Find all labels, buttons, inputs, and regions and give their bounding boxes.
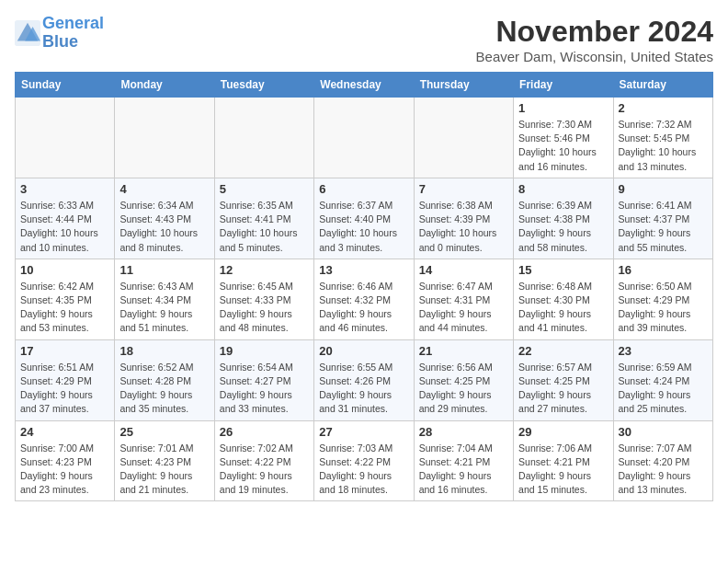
day-info: Sunrise: 6:33 AM Sunset: 4:44 PM Dayligh… [20, 199, 109, 255]
calendar-cell: 18Sunrise: 6:52 AM Sunset: 4:28 PM Dayli… [115, 339, 214, 420]
calendar-cell: 9Sunrise: 6:41 AM Sunset: 4:37 PM Daylig… [613, 178, 712, 259]
calendar-cell: 1Sunrise: 7:30 AM Sunset: 5:46 PM Daylig… [514, 98, 613, 178]
day-number: 23 [619, 344, 708, 358]
calendar-week-row: 17Sunrise: 6:51 AM Sunset: 4:29 PM Dayli… [16, 339, 713, 420]
calendar-cell: 7Sunrise: 6:38 AM Sunset: 4:39 PM Daylig… [414, 178, 513, 259]
calendar-cell: 27Sunrise: 7:03 AM Sunset: 4:22 PM Dayli… [314, 420, 414, 501]
calendar-week-row: 24Sunrise: 7:00 AM Sunset: 4:23 PM Dayli… [16, 420, 713, 501]
day-info: Sunrise: 7:32 AM Sunset: 5:45 PM Dayligh… [619, 118, 708, 174]
day-info: Sunrise: 6:56 AM Sunset: 4:25 PM Dayligh… [419, 361, 508, 417]
logo-text: General Blue [42, 15, 104, 52]
calendar-cell [214, 98, 313, 178]
col-header-sunday: Sunday [16, 73, 115, 98]
day-info: Sunrise: 6:52 AM Sunset: 4:28 PM Dayligh… [119, 361, 209, 417]
day-info: Sunrise: 7:06 AM Sunset: 4:21 PM Dayligh… [518, 442, 608, 498]
calendar-cell: 2Sunrise: 7:32 AM Sunset: 5:45 PM Daylig… [613, 98, 712, 178]
day-info: Sunrise: 6:55 AM Sunset: 4:26 PM Dayligh… [319, 361, 408, 417]
day-info: Sunrise: 6:46 AM Sunset: 4:32 PM Dayligh… [319, 280, 408, 336]
day-number: 20 [319, 344, 408, 358]
day-number: 25 [119, 425, 209, 439]
calendar-cell: 19Sunrise: 6:54 AM Sunset: 4:27 PM Dayli… [214, 339, 313, 420]
col-header-tuesday: Tuesday [214, 73, 313, 98]
day-number: 15 [518, 263, 608, 277]
title-block: November 2024 Beaver Dam, Wisconsin, Uni… [476, 15, 713, 64]
calendar-cell: 6Sunrise: 6:37 AM Sunset: 4:40 PM Daylig… [314, 178, 414, 259]
day-info: Sunrise: 7:30 AM Sunset: 5:46 PM Dayligh… [518, 118, 608, 174]
page-header: General Blue November 2024 Beaver Dam, W… [15, 15, 713, 64]
day-number: 4 [119, 182, 209, 196]
month-title: November 2024 [476, 15, 713, 49]
col-header-friday: Friday [514, 73, 613, 98]
calendar-cell: 3Sunrise: 6:33 AM Sunset: 4:44 PM Daylig… [16, 178, 115, 259]
logo: General Blue [15, 15, 104, 52]
calendar-cell: 8Sunrise: 6:39 AM Sunset: 4:38 PM Daylig… [514, 178, 613, 259]
calendar-cell [16, 98, 115, 178]
day-number: 8 [518, 182, 608, 196]
day-info: Sunrise: 7:07 AM Sunset: 4:20 PM Dayligh… [619, 442, 708, 498]
day-number: 29 [518, 425, 608, 439]
day-number: 1 [518, 101, 608, 115]
calendar-cell: 29Sunrise: 7:06 AM Sunset: 4:21 PM Dayli… [514, 420, 613, 501]
day-info: Sunrise: 7:01 AM Sunset: 4:23 PM Dayligh… [119, 442, 209, 498]
day-number: 24 [20, 425, 109, 439]
day-info: Sunrise: 6:41 AM Sunset: 4:37 PM Dayligh… [619, 199, 708, 255]
day-number: 10 [20, 263, 109, 277]
calendar-cell: 10Sunrise: 6:42 AM Sunset: 4:35 PM Dayli… [16, 259, 115, 339]
day-info: Sunrise: 7:03 AM Sunset: 4:22 PM Dayligh… [319, 442, 408, 498]
day-number: 26 [220, 425, 309, 439]
calendar-cell: 24Sunrise: 7:00 AM Sunset: 4:23 PM Dayli… [16, 420, 115, 501]
col-header-saturday: Saturday [613, 73, 712, 98]
location-title: Beaver Dam, Wisconsin, United States [476, 49, 713, 64]
day-number: 17 [20, 344, 109, 358]
calendar-cell: 15Sunrise: 6:48 AM Sunset: 4:30 PM Dayli… [514, 259, 613, 339]
calendar-cell: 5Sunrise: 6:35 AM Sunset: 4:41 PM Daylig… [214, 178, 313, 259]
col-header-monday: Monday [115, 73, 214, 98]
day-number: 2 [619, 101, 708, 115]
day-number: 27 [319, 425, 408, 439]
calendar-week-row: 1Sunrise: 7:30 AM Sunset: 5:46 PM Daylig… [16, 98, 713, 178]
calendar-cell: 30Sunrise: 7:07 AM Sunset: 4:20 PM Dayli… [613, 420, 712, 501]
day-info: Sunrise: 7:02 AM Sunset: 4:22 PM Dayligh… [220, 442, 309, 498]
calendar-cell: 12Sunrise: 6:45 AM Sunset: 4:33 PM Dayli… [214, 259, 313, 339]
calendar-cell [115, 98, 214, 178]
day-info: Sunrise: 6:34 AM Sunset: 4:43 PM Dayligh… [119, 199, 209, 255]
day-info: Sunrise: 6:51 AM Sunset: 4:29 PM Dayligh… [20, 361, 109, 417]
day-number: 16 [619, 263, 708, 277]
logo-general: General [42, 14, 104, 32]
day-info: Sunrise: 6:35 AM Sunset: 4:41 PM Dayligh… [220, 199, 309, 255]
day-info: Sunrise: 6:47 AM Sunset: 4:31 PM Dayligh… [419, 280, 508, 336]
day-number: 11 [119, 263, 209, 277]
day-number: 13 [319, 263, 408, 277]
logo-icon [15, 20, 40, 46]
day-number: 3 [20, 182, 109, 196]
col-header-thursday: Thursday [414, 73, 513, 98]
calendar-cell: 14Sunrise: 6:47 AM Sunset: 4:31 PM Dayli… [414, 259, 513, 339]
day-info: Sunrise: 6:37 AM Sunset: 4:40 PM Dayligh… [319, 199, 408, 255]
calendar-cell: 17Sunrise: 6:51 AM Sunset: 4:29 PM Dayli… [16, 339, 115, 420]
calendar-table: SundayMondayTuesdayWednesdayThursdayFrid… [15, 72, 713, 501]
day-number: 9 [619, 182, 708, 196]
calendar-header-row: SundayMondayTuesdayWednesdayThursdayFrid… [16, 73, 713, 98]
day-number: 14 [419, 263, 508, 277]
day-info: Sunrise: 6:48 AM Sunset: 4:30 PM Dayligh… [518, 280, 608, 336]
day-info: Sunrise: 6:42 AM Sunset: 4:35 PM Dayligh… [20, 280, 109, 336]
calendar-cell: 26Sunrise: 7:02 AM Sunset: 4:22 PM Dayli… [214, 420, 313, 501]
calendar-cell: 25Sunrise: 7:01 AM Sunset: 4:23 PM Dayli… [115, 420, 214, 501]
day-info: Sunrise: 6:45 AM Sunset: 4:33 PM Dayligh… [220, 280, 309, 336]
day-number: 6 [319, 182, 408, 196]
calendar-cell [314, 98, 414, 178]
calendar-cell: 13Sunrise: 6:46 AM Sunset: 4:32 PM Dayli… [314, 259, 414, 339]
day-info: Sunrise: 6:38 AM Sunset: 4:39 PM Dayligh… [419, 199, 508, 255]
day-info: Sunrise: 6:54 AM Sunset: 4:27 PM Dayligh… [220, 361, 309, 417]
calendar-week-row: 3Sunrise: 6:33 AM Sunset: 4:44 PM Daylig… [16, 178, 713, 259]
day-number: 30 [619, 425, 708, 439]
day-info: Sunrise: 6:57 AM Sunset: 4:25 PM Dayligh… [518, 361, 608, 417]
calendar-cell: 21Sunrise: 6:56 AM Sunset: 4:25 PM Dayli… [414, 339, 513, 420]
logo-blue: Blue [42, 32, 78, 51]
calendar-cell [414, 98, 513, 178]
day-info: Sunrise: 6:39 AM Sunset: 4:38 PM Dayligh… [518, 199, 608, 255]
calendar-cell: 11Sunrise: 6:43 AM Sunset: 4:34 PM Dayli… [115, 259, 214, 339]
col-header-wednesday: Wednesday [314, 73, 414, 98]
day-info: Sunrise: 7:00 AM Sunset: 4:23 PM Dayligh… [20, 442, 109, 498]
calendar-cell: 16Sunrise: 6:50 AM Sunset: 4:29 PM Dayli… [613, 259, 712, 339]
